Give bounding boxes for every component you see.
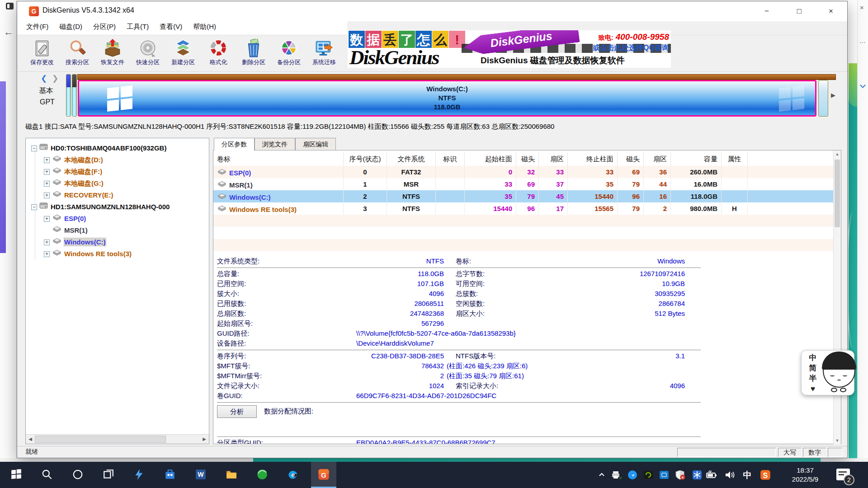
disk-scroll-right-icon[interactable]: ▶ [831,92,835,99]
chevron-down-icon[interactable] [860,82,866,88]
toolbar-migrate-button[interactable]: 系统迁移 [307,37,342,71]
ime-mode-labels[interactable]: 中简半♥ [807,352,819,394]
tray-volume-icon[interactable] [723,468,737,482]
tray-nvidia-icon[interactable] [642,468,655,482]
column-header-9[interactable]: 扇区 [644,152,671,166]
tray-intel-icon[interactable] [657,468,671,482]
toolbar-newpart-button[interactable]: 新建分区 [165,37,201,71]
taskbar-app-cortana[interactable] [65,462,90,488]
tree-expander-icon[interactable]: + [44,169,50,175]
background-close-icon[interactable]: × [860,4,864,11]
column-header-0[interactable]: 卷标 [213,152,344,166]
menu-item-5[interactable]: 帮助(H) [188,21,222,35]
table-row-3[interactable]: Windows RE tools(3)3NTFS1544096171556579… [213,202,841,215]
taskbar-clock[interactable]: 18:37 2022/5/9 [783,466,827,484]
title-bar[interactable]: G DiskGenius V5.4.3.1342 x64 − □ × [17,1,847,21]
column-header-1[interactable]: 序号(状态) [344,152,387,166]
tree-expander-icon[interactable]: + [44,157,50,163]
column-header-7[interactable]: 终止柱面 [568,152,618,166]
column-header-3[interactable]: 标识 [436,152,465,166]
toolbar-backup-button[interactable]: 备份分区 [271,37,307,71]
vertical-scrollbar[interactable]: ▲ ▼ [833,150,841,444]
minimize-button[interactable]: − [754,4,779,19]
toolbar-search-button[interactable]: 搜索分区 [60,37,95,71]
menu-item-2[interactable]: 分区(P) [88,21,121,35]
tab-browse-files[interactable]: 浏览文件 [255,138,295,150]
disk-next-icon[interactable]: ❯ [52,74,58,83]
tree-item-windows-re-tools-3-[interactable]: +Windows RE tools(3) [44,248,132,259]
column-header-11[interactable]: 属性 [722,152,748,166]
tree-expander-icon[interactable]: − [31,204,37,210]
ime-mode-3[interactable]: ♥ [807,384,819,394]
menu-item-0[interactable]: 文件(F) [21,21,54,35]
column-header-8[interactable]: 磁头 [618,152,644,166]
taskbar-app-task-view[interactable] [96,462,121,488]
tree-item--g-[interactable]: +本地磁盘(G:) [44,177,104,189]
menu-item-1[interactable]: 磁盘(D) [54,21,88,35]
banner-qq-link[interactable]: 或点击此处选择QQ咨询 [593,43,669,53]
taskbar-app-diskgenius[interactable]: G [311,462,336,488]
scrollbar-thumb[interactable] [35,436,166,443]
taskbar-app-store[interactable] [157,462,183,488]
tree-item-hd1-samsungmznln128hahq-000[interactable]: −HD1:SAMSUNGMZNLN128HAHQ-000 [31,201,170,212]
tree-expander-icon[interactable]: − [31,145,37,151]
taskbar-app-word[interactable]: W [188,462,213,488]
taskbar-app-explorer[interactable] [219,462,244,488]
ime-mode-0[interactable]: 中 [807,352,819,363]
tree-expander-icon[interactable]: + [44,239,50,245]
scroll-up-icon[interactable]: ▲ [834,150,841,158]
tree-item-windows-c-[interactable]: +Windows(C:) [44,236,106,248]
re-tools-partition-block[interactable] [818,80,828,117]
tree-item--f-[interactable]: +本地磁盘(F:) [44,165,102,177]
tree-item-esp-0-[interactable]: +ESP(0) [44,212,86,224]
ime-mode-1[interactable]: 简 [807,363,819,373]
scroll-right-icon[interactable]: ▶ [200,435,209,444]
msr-partition-block[interactable] [72,74,77,117]
tray-ime-icon[interactable]: 中 [741,468,754,482]
toolbar-delpart-button[interactable]: 删除分区 [236,37,271,71]
tray-snowflake-icon[interactable] [690,468,704,482]
column-header-10[interactable]: 容量 [671,152,722,166]
column-header-2[interactable]: 文件系统 [387,152,436,166]
tray-printer-icon[interactable]: ✓ [609,468,623,482]
toolbar-save-button[interactable]: 保存更改 [24,37,60,71]
toolbar-quick-button[interactable]: 快速分区 [130,37,165,71]
scroll-down-icon[interactable]: ▼ [834,437,841,444]
table-row-1[interactable]: MSR(1)1MSR33693735794416.0MB [213,178,841,190]
windows-c-partition-block[interactable]: Windows(C:) NTFS 118.0GB [78,80,816,117]
taskbar-app-lightning[interactable] [127,462,152,488]
menu-item-4[interactable]: 查看(V) [154,21,188,35]
tray-chevron-icon[interactable] [595,468,609,482]
toolbar-recover-button[interactable]: 恢复文件 [95,37,130,71]
ime-mode-2[interactable]: 半 [807,373,819,384]
tray-dingtalk-icon[interactable] [626,468,639,482]
disk-prev-icon[interactable]: ❮ [41,74,47,83]
tree-item-hd0-toshibamq04abf100-932gb-[interactable]: −HD0:TOSHIBAMQ04ABF100(932GB) [31,142,166,154]
scrollbar-thumb[interactable] [835,160,840,227]
back-arrow-icon[interactable]: ← [4,26,14,38]
tree-expander-icon[interactable]: + [44,192,50,198]
taskbar-app-edge[interactable]: e [280,462,306,488]
taskbar-app-start[interactable] [4,462,29,488]
tree-item-recovery-e-[interactable]: +RECOVERY(E:) [44,189,113,201]
table-row-2[interactable]: Windows(C:)2NTFS357945154409616118.0GB [213,190,841,202]
toolbar-format-button[interactable]: 格式化 [201,37,236,71]
tree-expander-icon[interactable]: + [44,216,50,222]
scroll-left-icon[interactable]: ◀ [26,435,35,444]
panel-splitter[interactable] [209,138,213,444]
esp-partition-block[interactable] [66,74,71,117]
more-options-icon[interactable]: … [859,37,866,44]
column-header-5[interactable]: 磁头 [516,152,539,166]
taskbar-app-green-browser[interactable] [250,462,275,488]
menu-item-3[interactable]: 工具(T) [121,21,154,35]
column-header-4[interactable]: 起始柱面 [465,152,516,166]
taskbar-app-search[interactable] [34,462,60,488]
maximize-button[interactable]: □ [787,4,812,19]
tree-item-msr-1-[interactable]: MSR(1) [44,224,88,236]
tree-horizontal-scrollbar[interactable]: ◀ ▶ [26,434,209,444]
ad-banner[interactable]: 数据丢了怎么! DiskGenius 致电: 400-008-9958 或点击此… [348,30,671,68]
tab-sector-edit[interactable]: 扇区编辑 [295,138,336,150]
tree-item--d-[interactable]: +本地磁盘(D:) [44,154,103,165]
tray-battery-icon[interactable] [705,468,719,482]
column-header-6[interactable]: 扇区 [539,152,568,166]
